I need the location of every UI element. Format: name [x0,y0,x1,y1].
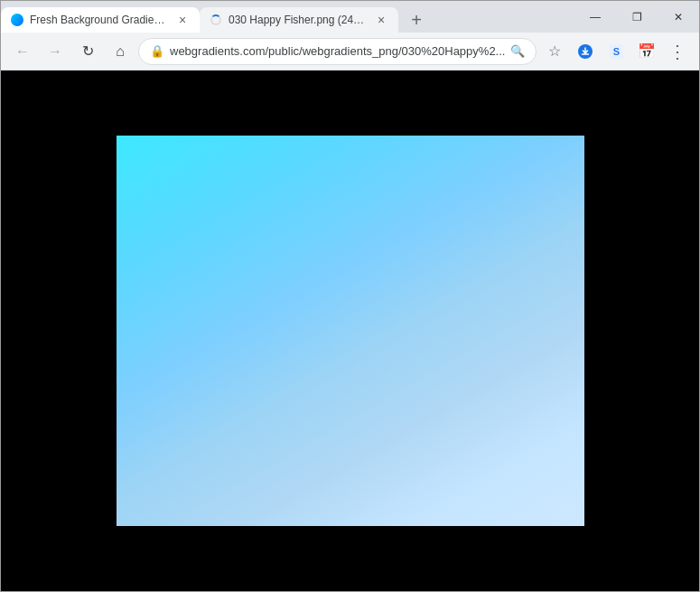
reload-button[interactable]: ↻ [73,37,102,66]
gradient-image [117,136,584,526]
tab-close-image[interactable]: × [373,12,389,28]
tab-title-image: 030 Happy Fisher.png (2400×2... [229,14,368,26]
tab-gradients[interactable]: Fresh Background Gradients | × [1,7,200,33]
toolbar-right: ☆ S 📅 ⋮ [540,37,692,66]
menu-button[interactable]: ⋮ [663,37,692,66]
address-text: webgradients.com/public/webgradients_png… [170,44,505,58]
home-button[interactable]: ⌂ [106,37,135,66]
extension1-label: S [610,44,623,59]
tab-title-gradients: Fresh Background Gradients | [30,14,169,26]
new-tab-button[interactable]: + [402,7,431,33]
address-bar[interactable]: 🔒 webgradients.com/public/webgradients_p… [138,38,537,65]
extension1-button[interactable]: S [602,37,630,66]
content-area [1,70,699,591]
titlebar: Fresh Background Gradients | × 030 Happy… [1,1,699,33]
tabs-area: Fresh Background Gradients | × 030 Happy… [1,1,574,33]
download-icon [577,43,593,60]
download-button[interactable] [571,37,600,66]
forward-button[interactable]: → [41,37,70,66]
navbar: ← → ↻ ⌂ 🔒 webgradients.com/public/webgra… [1,33,699,70]
window-controls: — ❐ ✕ [574,1,699,33]
tab-favicon-gradients [10,13,24,27]
extension2-button[interactable]: 📅 [632,37,661,66]
back-button[interactable]: ← [8,37,37,66]
close-button[interactable]: ✕ [658,1,699,33]
maximize-button[interactable]: ❐ [616,1,658,33]
browser-window: Fresh Background Gradients | × 030 Happy… [0,0,700,592]
minimize-button[interactable]: — [574,1,616,33]
bookmark-star-button[interactable]: ☆ [540,37,569,66]
tab-image[interactable]: 030 Happy Fisher.png (2400×2... × [200,7,398,33]
search-icon: 🔍 [510,44,525,58]
lock-icon: 🔒 [150,44,164,58]
tab-favicon-image [209,13,223,27]
tab-close-gradients[interactable]: × [174,12,191,28]
